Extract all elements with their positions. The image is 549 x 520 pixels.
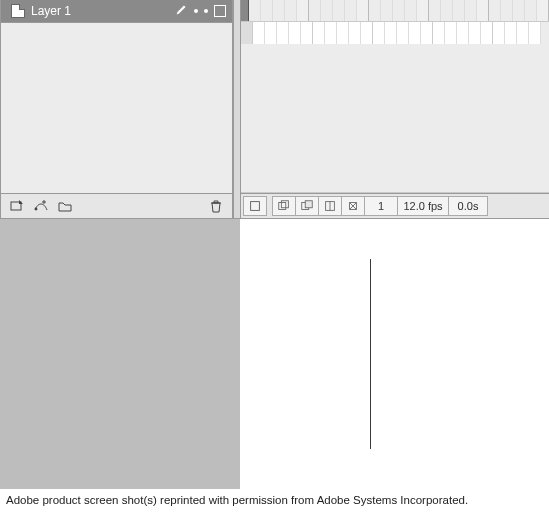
layer-name-label[interactable]: Layer 1 (31, 4, 169, 18)
layer-row[interactable]: Layer 1 (1, 0, 232, 22)
lock-dot-icon[interactable] (204, 9, 208, 13)
ruler-ticks (249, 0, 549, 21)
current-frame-display[interactable]: 1 (364, 196, 398, 216)
timeline-frames-area[interactable] (241, 22, 549, 193)
onion-skin-outlines-button[interactable] (295, 196, 319, 216)
svg-rect-2 (251, 202, 260, 211)
timeline-footer: 1 12.0 fps 0.0s (241, 193, 549, 218)
delete-layer-button[interactable] (206, 197, 226, 215)
layers-panel: Layer 1 (0, 0, 233, 218)
playhead-handle[interactable] (241, 0, 249, 21)
layer-toggle-dots[interactable] (194, 9, 208, 13)
frame-track[interactable] (241, 22, 549, 44)
layers-list-body[interactable] (1, 22, 232, 193)
panel-divider[interactable] (233, 0, 241, 218)
outline-color-icon[interactable] (214, 5, 226, 17)
svg-rect-3 (279, 203, 286, 210)
stage-area (0, 219, 549, 489)
attribution-caption: Adobe product screen shot(s) reprinted w… (6, 494, 468, 506)
svg-rect-6 (305, 201, 312, 208)
timeline-ruler[interactable] (241, 0, 549, 22)
stage-canvas[interactable] (240, 219, 549, 489)
elapsed-time-display: 0.0s (448, 196, 488, 216)
insert-layer-button[interactable] (7, 197, 27, 215)
layers-footer (1, 193, 232, 218)
insert-layer-folder-button[interactable] (55, 197, 75, 215)
add-motion-guide-button[interactable] (31, 197, 51, 215)
timeline-panel: 1 12.0 fps 0.0s (241, 0, 549, 218)
layer-type-icon (11, 4, 25, 18)
drawn-vertical-line[interactable] (370, 259, 371, 449)
edit-multiple-frames-button[interactable] (318, 196, 342, 216)
modify-onion-markers-button[interactable] (341, 196, 365, 216)
svg-point-1 (35, 208, 38, 211)
timeline-and-layers-window: Layer 1 (0, 0, 549, 219)
center-frame-button[interactable] (243, 196, 267, 216)
stage-pasteboard[interactable] (0, 219, 240, 489)
pencil-icon (175, 3, 188, 19)
svg-rect-4 (281, 201, 288, 208)
frame-rate-display[interactable]: 12.0 fps (397, 196, 449, 216)
onion-skin-button[interactable] (272, 196, 296, 216)
visibility-dot-icon[interactable] (194, 9, 198, 13)
